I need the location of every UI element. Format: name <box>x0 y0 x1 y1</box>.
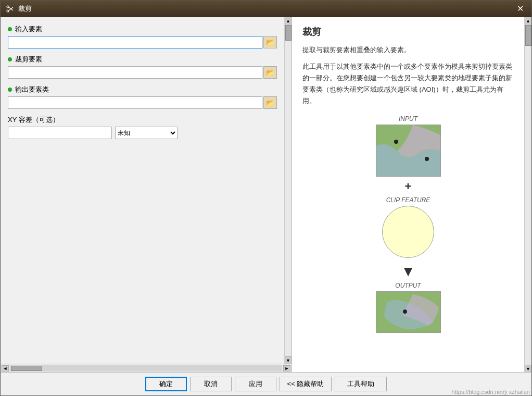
h-scroll-right-btn[interactable]: ► <box>283 365 290 372</box>
title-bar: 裁剪 ✕ <box>1 1 531 17</box>
svg-point-8 <box>403 310 407 314</box>
clip-feature-group: 裁剪要素 📂 <box>8 55 277 79</box>
scissors-icon <box>6 5 14 13</box>
xy-tolerance-group: XY 容差（可选） 未知 <box>8 115 277 139</box>
right-scroll-up-btn[interactable]: ▲ <box>525 17 531 24</box>
hide-help-button[interactable]: << 隐藏帮助 <box>280 377 332 391</box>
clip-feature-input-row: 📂 <box>8 66 277 79</box>
h-scroll-left-btn[interactable]: ◄ <box>2 365 9 372</box>
right-scroll-down-btn[interactable]: ▼ <box>525 365 531 372</box>
tool-help-button[interactable]: 工具帮助 <box>335 377 387 391</box>
window-title: 裁剪 <box>18 4 32 14</box>
input-feature-label-row: 输入要素 <box>8 24 277 34</box>
left-scroll-up-btn[interactable]: ▲ <box>285 17 292 24</box>
main-window: 裁剪 ✕ 输入要素 📂 <box>0 0 532 396</box>
output-feature-label-row: 输出要素类 <box>8 85 277 94</box>
output-diagram-label: OUTPUT <box>395 282 421 289</box>
input-feature-group: 输入要素 📂 <box>8 24 277 48</box>
left-panel: 输入要素 📂 裁剪要素 <box>1 17 292 372</box>
right-panel: 裁剪 提取与裁剪要素相重叠的输入要素。 此工具用于以其他要素类中的一个或多个要素… <box>292 17 531 372</box>
output-feature-browse-btn[interactable]: 📂 <box>263 96 277 109</box>
h-scroll-track <box>10 365 282 372</box>
apply-button[interactable]: 应用 <box>235 377 276 391</box>
h-scrollbar[interactable]: ◄ ► <box>1 364 292 372</box>
output-feature-input-row: 📂 <box>8 96 277 109</box>
svg-point-5 <box>394 140 398 144</box>
plus-symbol: + <box>405 180 412 193</box>
title-bar-left: 裁剪 <box>6 4 32 14</box>
xy-tolerance-select[interactable]: 未知 <box>115 127 178 139</box>
svg-point-6 <box>425 157 429 161</box>
xy-tolerance-row: 未知 <box>8 127 277 139</box>
xy-tolerance-field[interactable] <box>8 127 112 139</box>
close-button[interactable]: ✕ <box>514 4 526 14</box>
left-scrollable: 输入要素 📂 裁剪要素 <box>1 17 284 364</box>
right-scroll-track-empty <box>525 46 531 365</box>
bottom-bar: 确定 取消 应用 << 隐藏帮助 工具帮助 <box>1 372 531 395</box>
h-scroll-thumb[interactable] <box>11 366 42 371</box>
ok-button[interactable]: 确定 <box>145 377 187 391</box>
right-content: 裁剪 提取与裁剪要素相重叠的输入要素。 此工具用于以其他要素类中的一个或多个要素… <box>292 17 524 372</box>
arrow-down: ▼ <box>401 263 415 280</box>
cancel-button[interactable]: 取消 <box>190 377 232 391</box>
clip-circle <box>382 206 434 258</box>
required-dot-output <box>8 88 12 92</box>
output-feature-field[interactable] <box>8 96 262 109</box>
clip-feature-diagram-label: CLIP FEATURE <box>386 196 430 204</box>
svg-point-1 <box>7 10 9 12</box>
output-svg <box>376 292 441 333</box>
right-vscrollbar[interactable]: ▲ ▼ <box>524 17 531 372</box>
required-dot-input <box>8 27 12 31</box>
left-scroll-thumb[interactable] <box>285 25 292 41</box>
input-feature-field[interactable] <box>8 36 262 48</box>
input-svg <box>376 125 441 177</box>
svg-point-0 <box>7 6 9 8</box>
help-title: 裁剪 <box>302 26 514 38</box>
diagram-area: INPUT <box>302 115 514 333</box>
output-map <box>376 291 441 333</box>
required-dot-clip <box>8 57 12 61</box>
content-area: 输入要素 📂 裁剪要素 <box>1 17 531 372</box>
output-feature-label: 输出要素类 <box>15 85 49 94</box>
right-scroll-thumb[interactable] <box>525 25 531 46</box>
left-scroll-down-btn[interactable]: ▼ <box>285 356 292 364</box>
clip-feature-field[interactable] <box>8 66 262 79</box>
input-feature-label: 输入要素 <box>15 24 42 34</box>
left-vscrollbar[interactable]: ▲ ▼ <box>284 17 292 364</box>
output-feature-group: 输出要素类 📂 <box>8 85 277 109</box>
input-feature-browse-btn[interactable]: 📂 <box>263 36 277 48</box>
clip-feature-label: 裁剪要素 <box>15 55 42 64</box>
left-scroll-track <box>285 41 292 356</box>
clip-feature-label-row: 裁剪要素 <box>8 55 277 64</box>
xy-tolerance-label: XY 容差（可选） <box>8 115 277 125</box>
input-diagram-label: INPUT <box>399 115 417 122</box>
input-map <box>376 125 441 177</box>
help-paragraph2: 此工具用于以其他要素类中的一个或多个要素作为模具来剪切掉要素类的一部分。在您想要… <box>302 61 514 107</box>
input-feature-input-row: 📂 <box>8 36 277 48</box>
clip-feature-browse-btn[interactable]: 📂 <box>263 66 277 79</box>
help-paragraph1: 提取与裁剪要素相重叠的输入要素。 <box>302 44 514 56</box>
